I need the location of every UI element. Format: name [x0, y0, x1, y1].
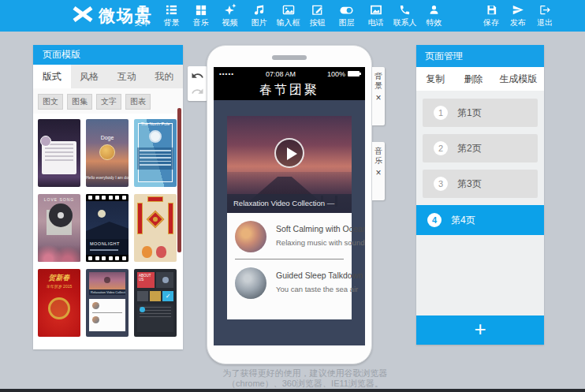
battery-indicator: 100%: [327, 70, 360, 78]
toolbar-item-image[interactable]: 图片: [244, 2, 274, 28]
page-item-1[interactable]: 1 第1页: [423, 99, 538, 127]
toolbar-main-group: T 文本 背景 音乐 视频 图片 输入框: [128, 2, 449, 28]
tab-interactive[interactable]: 互动: [108, 65, 146, 88]
close-icon[interactable]: ×: [372, 93, 385, 103]
template-thumbnail-night-card[interactable]: [38, 119, 80, 187]
toolbar-item-input-box[interactable]: 输入框: [274, 2, 303, 28]
phone-preview: ••••• 07:08 AM 100% 春节团聚 Rela: [207, 45, 372, 364]
toolbar-item-contacts[interactable]: 联系人: [390, 2, 419, 28]
exit-icon: [539, 2, 551, 16]
history-controls: [188, 66, 207, 101]
picture-icon: [370, 2, 382, 16]
paper-plane-icon: [512, 2, 524, 16]
toolbar-right-group: 保存 发布 退出: [478, 2, 558, 28]
save-icon: [486, 2, 497, 16]
tab-style[interactable]: 风格: [71, 65, 109, 88]
page-manager-actions: 复制 删除 生成模版: [416, 67, 544, 91]
template-thumbnail-love-song[interactable]: LOVE SONG: [38, 194, 80, 262]
browser-hint-line2: （chrome）、360浏览器、IE11浏览器。: [175, 379, 435, 389]
avatar: [99, 144, 115, 160]
template-thumbnail-video-collection[interactable]: Relaxation Video Collection: [86, 269, 129, 337]
toolbar-item-music[interactable]: 音乐: [186, 2, 215, 28]
template-panel-title: 页面模版: [33, 45, 183, 65]
filter-image-text[interactable]: 图文: [38, 94, 63, 110]
phone-icon: [162, 277, 169, 283]
playlist-item[interactable]: Soft Calming with Ocean Relaxing music w…: [227, 213, 352, 252]
video-element[interactable]: Relaxation Video Collection —: [227, 116, 352, 213]
phone-status-bar: ••••• 07:08 AM 100%: [214, 67, 365, 80]
publish-button[interactable]: 发布: [505, 2, 531, 28]
toolbar-item-video[interactable]: 视频: [215, 2, 244, 28]
page-manager-title: 页面管理: [416, 45, 544, 67]
undo-button[interactable]: [191, 70, 204, 81]
page-title[interactable]: 春节团聚: [214, 80, 365, 100]
page-item-3[interactable]: 3 第3页: [423, 170, 538, 198]
text-icon: T: [139, 2, 146, 16]
page-content: Relaxation Video Collection — Soft Calmi…: [214, 100, 365, 345]
generate-template-button[interactable]: 生成模版: [493, 73, 544, 86]
app-root: 微场景 T 文本 背景 音乐 视频 图片: [0, 0, 585, 392]
person-icon: [428, 2, 440, 16]
template-scrollbar[interactable]: [177, 108, 181, 252]
save-button[interactable]: 保存: [478, 2, 505, 28]
redo-button[interactable]: [191, 86, 204, 97]
playlist-card: Soft Calming with Ocean Relaxing music w…: [227, 213, 352, 319]
toolbar-item-layer[interactable]: 图层: [332, 2, 361, 28]
avatar: [40, 136, 51, 147]
toolbar-item-background[interactable]: 背景: [157, 2, 186, 28]
delete-page-button[interactable]: 删除: [454, 73, 492, 86]
page-number-badge: 4: [427, 213, 442, 227]
browser-hint: 为了获得更好的使用，建议使用谷歌浏览器 （chrome）、360浏览器、IE11…: [175, 368, 435, 389]
toggle-icon: [340, 2, 353, 16]
logo-x-icon: [73, 6, 93, 25]
layer-tab-music[interactable]: 音乐 ×: [372, 142, 385, 200]
template-thumbnail-north-pole[interactable]: The North Pole: [134, 119, 177, 187]
filter-gallery[interactable]: 图集: [67, 94, 92, 110]
page-number-badge: 3: [434, 177, 448, 191]
page-list: 1 第1页 2 第2页 3 第3页 4 第4页: [416, 91, 544, 315]
image-frame-icon: [282, 2, 295, 16]
template-panel: 页面模版 版式 风格 互动 我的 图文 图集 文字 图表 Doge Hello: [33, 45, 183, 349]
filter-text[interactable]: 文字: [96, 94, 121, 110]
bottom-edge: [0, 389, 585, 392]
copy-page-button[interactable]: 复制: [416, 73, 454, 86]
tab-mine[interactable]: 我的: [146, 65, 184, 88]
playlist-thumb-ocean: [235, 221, 266, 252]
toolbar-item-text[interactable]: T 文本: [128, 2, 157, 28]
page-number-badge: 1: [434, 106, 448, 120]
play-icon: [104, 277, 110, 283]
toolbar-item-phone-call[interactable]: 电话: [361, 2, 390, 28]
page-number-badge: 2: [434, 141, 448, 155]
music-note-icon: [253, 2, 265, 16]
layer-tab-background[interactable]: 背景 ×: [372, 67, 385, 125]
page-item-4-active[interactable]: 4 第4页: [416, 205, 544, 235]
film-strip: [86, 255, 129, 262]
video-caption: Relaxation Video Collection —: [227, 194, 352, 213]
add-page-button[interactable]: +: [416, 315, 544, 345]
tab-layout[interactable]: 版式: [33, 65, 71, 88]
template-thumbnail-moonlight[interactable]: MOONLIGHT: [86, 194, 129, 262]
page-manager-panel: 页面管理 复制 删除 生成模版 1 第1页 2 第2页 3 第3页 4 第4页: [416, 45, 544, 345]
filter-chart[interactable]: 图表: [125, 94, 151, 110]
template-thumbnail-he-xin-chun[interactable]: 贺新春 羊年贺岁 2015: [38, 269, 80, 337]
moon: [98, 210, 106, 218]
toolbar-item-button[interactable]: 按钮: [303, 2, 332, 28]
list-icon: [166, 2, 177, 16]
film-strip: [86, 194, 129, 201]
play-button[interactable]: [274, 138, 304, 168]
page-item-2[interactable]: 2 第2页: [423, 134, 538, 162]
playlist-item[interactable]: Guided Sleep Talkdown You can taste the …: [227, 259, 352, 299]
phone-screen: ••••• 07:08 AM 100% 春节团聚 Rela: [214, 67, 365, 345]
vinyl-disc: [49, 203, 73, 227]
template-thumbnail-doge[interactable]: Doge Hello everybody I am doge: [86, 119, 129, 187]
toolbar-item-effects[interactable]: 特效: [419, 2, 449, 28]
close-icon[interactable]: ×: [372, 168, 385, 177]
check-icon: ✓: [162, 291, 173, 301]
playlist-thumb-rocks: [235, 267, 266, 299]
edit-icon: [311, 2, 323, 16]
exit-button[interactable]: 退出: [531, 2, 558, 28]
template-thumbnail-spring-festival[interactable]: [134, 194, 177, 262]
template-thumbnail-about-us[interactable]: ABOUT US ✓: [134, 269, 177, 337]
stars-icon: [224, 2, 237, 16]
grid-icon: [196, 2, 207, 16]
